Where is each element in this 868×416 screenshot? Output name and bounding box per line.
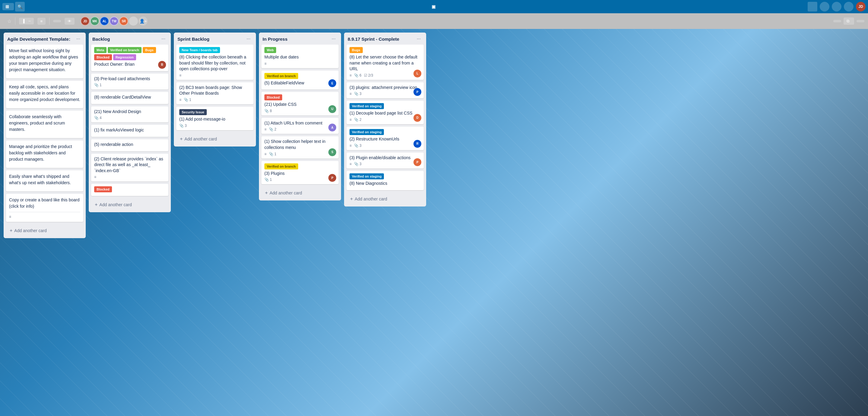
add-icon: + — [265, 190, 268, 196]
attachment-count: 2 — [274, 127, 276, 132]
attachment-icon: 📎 — [354, 162, 359, 166]
card-labels: MetaVerified on branchBugsBlockedRegress… — [94, 47, 165, 60]
user-avatar[interactable]: JD — [856, 2, 866, 11]
template-card[interactable]: Collaborate seamlessly with engineers, p… — [6, 111, 83, 138]
add-card-button[interactable]: +Add another card — [91, 200, 168, 210]
description-icon: ≡ — [349, 162, 351, 166]
card-meta: ≡📎1 — [179, 98, 250, 102]
member-count[interactable] — [129, 16, 138, 26]
list-menu-button[interactable]: ··· — [74, 36, 82, 42]
card[interactable]: (1) fix markAsViewed logic — [91, 125, 168, 137]
search-button[interactable]: 🔍 — [15, 2, 25, 11]
add-icon: + — [95, 202, 97, 207]
card[interactable]: (8) renderable CardDetailView — [91, 92, 168, 104]
attachment-icon: 📎 — [265, 109, 269, 113]
watch-button[interactable]: 👁 — [65, 18, 74, 25]
workspace-button[interactable]: ▐ — [19, 18, 34, 25]
attachment-count: 3 — [185, 124, 187, 128]
card-meta: ≡📎1 — [265, 152, 336, 156]
list-menu-button[interactable]: ··· — [160, 36, 167, 42]
card-text: (8) Clicking the collection beneath a bo… — [179, 54, 250, 72]
card[interactable]: (1) Show collection helper text in colle… — [261, 136, 339, 158]
card[interactable]: Security Issue(1) Add post-message-io📎3 — [176, 107, 253, 130]
card[interactable]: Verified on branch(5) EditableFieldViewE — [261, 71, 339, 90]
add-card-button[interactable]: +Add another card — [6, 226, 83, 236]
add-card-button[interactable]: +Add another card — [261, 188, 339, 198]
attachment-count: 1 — [100, 83, 102, 87]
visibility-button[interactable] — [53, 20, 61, 22]
card-text: Product Owner: Brian — [94, 62, 165, 68]
list-view-button[interactable]: ≡ — [37, 18, 46, 25]
card-meta: ≡📎2 — [265, 127, 336, 132]
card[interactable]: (3) Pre-load card attachments📎1 — [91, 74, 168, 90]
card[interactable]: (2) Client release provides `index` as d… — [91, 154, 168, 182]
settings-button[interactable] — [844, 2, 854, 11]
top-nav: ⊞ 🔍 ▣ JD — [0, 0, 868, 13]
card-meta: ≡📎3 — [349, 92, 421, 96]
card-label: Verified on staging — [349, 129, 384, 135]
template-card[interactable]: Move fast without losing sight by adopti… — [6, 45, 83, 78]
member-avatar-5[interactable]: SR — [119, 16, 128, 26]
calendar-button[interactable] — [833, 20, 841, 22]
card[interactable]: Blocked(21) Update CSS📎8U — [261, 92, 339, 115]
copy-board-button[interactable]: ⧉ — [843, 18, 854, 25]
add-label: Add another card — [184, 137, 217, 141]
card-meta-item: ≡ — [265, 127, 267, 132]
card-meta: 📎8 — [265, 109, 336, 113]
template-card[interactable]: Manage and prioritize the product backlo… — [6, 140, 83, 168]
template-card[interactable]: Easily share what's shipped and what's u… — [6, 170, 83, 192]
card-text: (21) Update CSS — [265, 102, 336, 108]
card-member-avatar: U — [329, 105, 336, 113]
card-meta-item: ≡ — [179, 73, 181, 77]
add-member-button[interactable]: 👤+ — [138, 16, 148, 26]
card-member-avatar: L — [413, 70, 421, 77]
card[interactable]: (3) Plugin enable/disable actions≡📎3P — [346, 152, 424, 169]
card[interactable]: Bugs(8) Let the server choose the defaul… — [346, 45, 424, 80]
add-card-button[interactable]: +Add another card — [346, 194, 424, 204]
list-header: Sprint Backlog··· — [174, 33, 256, 45]
template-card[interactable]: Copy or create a board like this board (… — [6, 194, 83, 222]
list-menu-button[interactable]: ··· — [415, 36, 423, 42]
card[interactable]: Blocked — [91, 184, 168, 196]
member-avatar-1[interactable]: JD — [81, 16, 90, 26]
list-menu-button[interactable]: ··· — [330, 36, 337, 42]
template-card-text: Keep all code, specs, and plans easily a… — [9, 84, 80, 103]
list-header: In Progress··· — [259, 33, 341, 45]
list-cards: New Team / boards tab(8) Clicking the co… — [174, 45, 256, 133]
boards-button[interactable]: ⊞ — [2, 3, 14, 10]
card-meta-item: ≡ — [349, 117, 351, 122]
show-menu-button[interactable] — [857, 20, 864, 22]
card[interactable]: (2) BC3 team boards page: Show Other Pri… — [176, 82, 253, 104]
card-text: (3) plugins: attachment preview icon — [349, 85, 421, 91]
list-menu-button[interactable]: ··· — [245, 36, 252, 42]
card[interactable]: (3) plugins: attachment preview icon≡📎3P — [346, 82, 424, 99]
description-icon: ≡ — [265, 152, 267, 156]
card-meta-item: ≡ — [349, 143, 351, 148]
card[interactable]: Verified on staging(8) New Diagnostics — [346, 171, 424, 190]
card[interactable]: New Team / boards tab(8) Clicking the co… — [176, 45, 253, 80]
add-button[interactable] — [808, 2, 817, 11]
member-avatar-3[interactable]: AL — [100, 16, 109, 26]
notifications-button[interactable] — [832, 2, 841, 11]
card[interactable]: Verified on branch(3) Plugins📎1P — [261, 161, 339, 184]
card-meta-item: ≡ — [9, 215, 11, 219]
add-card-button[interactable]: +Add another card — [176, 134, 253, 144]
card[interactable]: MetaVerified on branchBugsBlockedRegress… — [91, 45, 168, 71]
card[interactable]: (21) New Android Design📎4 — [91, 106, 168, 123]
template-card[interactable]: Keep all code, specs, and plans easily a… — [6, 81, 83, 108]
member-avatar-4[interactable]: TW — [110, 16, 119, 26]
help-button[interactable] — [820, 2, 829, 11]
member-avatar-2[interactable]: MK — [90, 16, 99, 26]
card[interactable]: (1) Attach URLs from comment≡📎2A — [261, 118, 339, 134]
list-sprint-backlog: Sprint Backlog···New Team / boards tab(8… — [174, 33, 256, 146]
card[interactable]: Verified on staging(2) Restructure Known… — [346, 127, 424, 150]
card[interactable]: (5) renderable action — [91, 139, 168, 151]
card[interactable]: Verified on staging(1) Decouple board pa… — [346, 101, 424, 124]
attachment-count: 3 — [360, 143, 362, 148]
card-meta-item: ≡ — [179, 98, 181, 102]
card[interactable]: WebMultiple due dates≡ — [261, 45, 339, 68]
star-button[interactable]: ☆ — [7, 19, 11, 24]
card-label: Blocked — [94, 54, 112, 60]
card-meta-item: 📎3 — [179, 124, 187, 128]
card-meta-item: 📎3 — [354, 92, 362, 96]
